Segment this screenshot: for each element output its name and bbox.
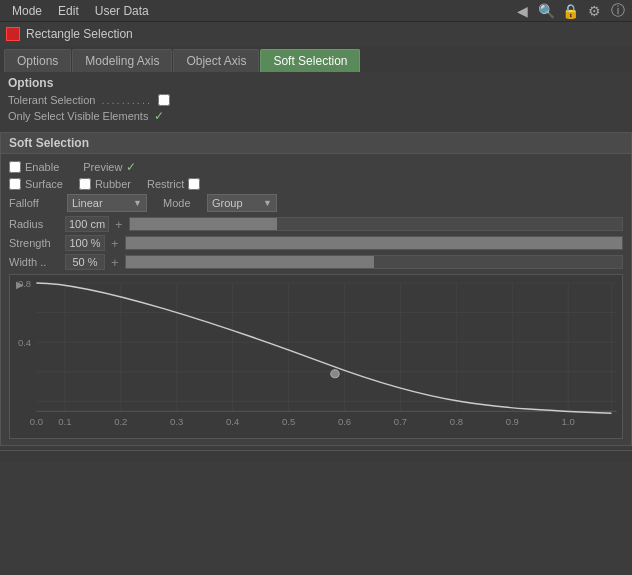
mode-label: Mode (163, 197, 199, 209)
svg-text:0.1: 0.1 (58, 417, 71, 427)
window-title: Rectangle Selection (26, 27, 133, 41)
soft-selection-content: Enable Preview ✓ Surface Rubber Restrict (1, 154, 631, 445)
svg-text:1.0: 1.0 (562, 417, 575, 427)
enable-preview-row: Enable Preview ✓ (9, 160, 623, 174)
mode-arrow-icon: ▼ (263, 198, 272, 208)
restrict-checkbox[interactable] (188, 178, 200, 190)
preview-label: Preview (83, 161, 122, 173)
tab-bar: Options Modeling Axis Object Axis Soft S… (0, 46, 632, 72)
falloff-arrow-icon: ▼ (133, 198, 142, 208)
menubar: Mode Edit User Data ◀ 🔍 🔒 ⚙ ⓘ (0, 0, 632, 22)
visible-elements-check: ✓ (154, 109, 164, 123)
tab-modeling-axis[interactable]: Modeling Axis (72, 49, 172, 72)
falloff-label: Falloff (9, 197, 59, 209)
svg-text:0.4: 0.4 (18, 338, 31, 348)
soft-selection-panel: Soft Selection Enable Preview ✓ Surface … (0, 132, 632, 446)
title-icon (6, 27, 20, 41)
arrow-left-icon[interactable]: ◀ (512, 1, 532, 21)
falloff-mode-row: Falloff Linear ▼ Mode Group ▼ (9, 194, 623, 212)
titlebar: Rectangle Selection (0, 22, 632, 46)
tolerant-dots: .......... (101, 94, 152, 106)
settings-icon[interactable]: ⚙ (584, 1, 604, 21)
strength-row: Strength 100 % + (9, 235, 623, 251)
visible-elements-label: Only Select Visible Elements (8, 110, 148, 122)
lock-icon[interactable]: 🔒 (560, 1, 580, 21)
menu-mode[interactable]: Mode (4, 2, 50, 20)
radius-row: Radius 100 cm + (9, 216, 623, 232)
menu-edit[interactable]: Edit (50, 2, 87, 20)
falloff-value: Linear (72, 197, 103, 209)
strength-plus-icon[interactable]: + (109, 236, 121, 251)
svg-text:0.5: 0.5 (282, 417, 295, 427)
width-row: Width .. 50 % + (9, 254, 623, 270)
rubber-checkbox[interactable] (79, 178, 91, 190)
surface-checkbox[interactable] (9, 178, 21, 190)
options-section: Options Tolerant Selection .......... On… (0, 72, 632, 132)
strength-slider[interactable] (125, 236, 623, 250)
rubber-label: Rubber (95, 178, 131, 190)
restrict-group: Restrict (147, 178, 200, 190)
options-header: Options (8, 76, 624, 90)
svg-text:0.8: 0.8 (450, 417, 463, 427)
menu-user-data[interactable]: User Data (87, 2, 157, 20)
radius-label: Radius (9, 218, 61, 230)
preview-check: ✓ (126, 160, 136, 174)
radius-fill (130, 218, 278, 230)
strength-value: 100 % (65, 235, 105, 251)
strength-label: Strength (9, 237, 61, 249)
width-plus-icon[interactable]: + (109, 255, 121, 270)
soft-selection-header: Soft Selection (1, 133, 631, 154)
enable-checkbox[interactable] (9, 161, 21, 173)
info-icon[interactable]: ⓘ (608, 1, 628, 21)
surface-group: Surface (9, 178, 63, 190)
tab-options[interactable]: Options (4, 49, 71, 72)
svg-text:0.0: 0.0 (30, 417, 43, 427)
mode-value: Group (212, 197, 243, 209)
search-icon[interactable]: 🔍 (536, 1, 556, 21)
graph-area[interactable]: ▶ 0 (9, 274, 623, 439)
svg-text:0.9: 0.9 (506, 417, 519, 427)
surface-label: Surface (25, 178, 63, 190)
tolerant-selection-row: Tolerant Selection .......... (8, 94, 624, 106)
radius-plus-icon[interactable]: + (113, 217, 125, 232)
strength-fill (126, 237, 622, 249)
enable-group: Enable (9, 161, 59, 173)
falloff-graph[interactable]: 0.8 0.4 0.0 0.1 0.2 0.3 0.4 0.5 0.6 0.7 … (10, 275, 622, 438)
svg-text:0.6: 0.6 (338, 417, 351, 427)
width-fill (126, 256, 374, 268)
surface-rubber-row: Surface Rubber Restrict (9, 178, 623, 190)
rubber-group: Rubber (79, 178, 131, 190)
preview-group: Preview ✓ (83, 160, 136, 174)
svg-text:0.3: 0.3 (170, 417, 183, 427)
svg-point-30 (331, 370, 339, 378)
enable-label: Enable (25, 161, 59, 173)
scroll-bar[interactable] (0, 450, 632, 462)
mode-dropdown[interactable]: Group ▼ (207, 194, 277, 212)
visible-elements-row: Only Select Visible Elements ✓ (8, 109, 624, 123)
tolerant-selection-checkbox[interactable] (158, 94, 170, 106)
tab-object-axis[interactable]: Object Axis (173, 49, 259, 72)
svg-text:0.4: 0.4 (226, 417, 239, 427)
radius-slider[interactable] (129, 217, 623, 231)
restrict-label: Restrict (147, 178, 184, 190)
svg-text:0.2: 0.2 (114, 417, 127, 427)
radius-value: 100 cm (65, 216, 109, 232)
falloff-dropdown[interactable]: Linear ▼ (67, 194, 147, 212)
width-label: Width .. (9, 256, 61, 268)
tolerant-selection-label: Tolerant Selection (8, 94, 95, 106)
graph-arrow-icon: ▶ (16, 279, 24, 290)
svg-text:0.7: 0.7 (394, 417, 407, 427)
width-slider[interactable] (125, 255, 623, 269)
menubar-icons: ◀ 🔍 🔒 ⚙ ⓘ (512, 1, 628, 21)
tab-soft-selection[interactable]: Soft Selection (260, 49, 360, 72)
width-value: 50 % (65, 254, 105, 270)
